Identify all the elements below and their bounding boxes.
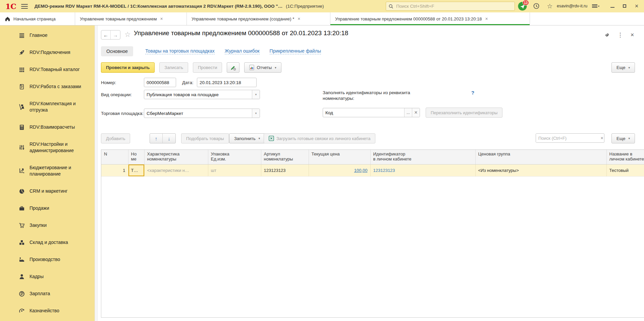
move-up-icon[interactable]: ↑ [150,134,163,143]
col-n[interactable]: N [101,150,128,164]
post-and-close-button[interactable]: Провести и закрыть [101,62,155,73]
col-price-group[interactable]: Ценовая группа [475,150,606,164]
clear-search-icon[interactable]: × [600,134,604,142]
grid-more-button[interactable]: Еще [611,133,635,143]
tab-label: Управление товарным предложением 0000005… [335,16,482,21]
sidebar-item-zarplata[interactable]: Зарплата [0,285,95,302]
sidebar-item-byudzhetirovanie[interactable]: Бюджетирование и планирование [0,159,95,183]
get-link-icon[interactable] [603,31,612,39]
restore-button[interactable] [620,1,629,11]
sidebar-item-label: Зарплата [30,291,50,296]
sidebar-item-kadry[interactable]: Кадры [0,268,95,285]
col-packaging[interactable]: Упаковка Ед.изм. [208,150,261,164]
cell-current-price[interactable]: 100,00 [309,164,370,176]
global-search[interactable] [386,2,515,11]
sidebar-scrollbar[interactable] [95,25,98,321]
price-link[interactable]: 100,00 [354,168,368,173]
fill-button[interactable]: Заполнить [229,133,265,143]
tab-home[interactable]: Начальная страница [0,12,75,25]
cell-article[interactable]: 123123123 [261,164,309,176]
marketplace-label: Торговая площадка: [101,111,144,116]
choose-button[interactable]: ... [404,108,412,117]
forward-button[interactable]: → [111,30,120,39]
clear-field-icon[interactable]: × [412,108,420,117]
minimize-button[interactable] [608,1,617,11]
sidebar-item-rdv-komplektaciya[interactable]: RDV:Комплектация и отгрузка [0,95,95,119]
more-menu-icon[interactable]: ⋮ [616,31,625,39]
settings-menu-button[interactable]: ▾ [591,1,600,11]
chevron-down-icon[interactable] [252,90,260,99]
tab-document-new[interactable]: Управление товарным предложением (создан… [187,12,330,25]
more-button-top[interactable]: Еще [611,62,635,73]
cell-price-group[interactable]: <Из номенклатуры> [475,164,606,176]
grid-search-input[interactable] [536,134,600,142]
global-search-input[interactable] [395,3,512,9]
close-window-button[interactable]: × [632,1,641,11]
discussions-icon[interactable]: 13 [518,1,527,11]
chevron-down-icon[interactable] [252,109,260,118]
cell-identifier[interactable]: 123123123 [370,164,475,176]
save-button[interactable]: Записать [159,62,188,73]
col-identifier[interactable]: Идентификатор в личном кабинете [370,150,475,164]
items-table: N Но ме Характеристика номенклатуры Упак… [101,149,644,318]
history-nav-group: ← → [101,30,120,40]
col-name[interactable]: Название в личном кабинете [606,150,644,164]
document-toolbar: Провести и закрыть Записать Провести Отч… [101,62,281,73]
move-down-icon[interactable]: ↓ [163,134,175,143]
main-menu-button[interactable] [21,4,28,9]
sidebar-item-prodazhi[interactable]: Продажи [0,200,95,217]
post-button[interactable]: Провести [193,62,222,73]
history-icon[interactable] [532,1,541,11]
cell-packaging[interactable]: шт [208,164,261,176]
posting-time-button[interactable] [227,62,239,73]
sidebar-item-proizvodstvo[interactable]: Производство [0,251,95,268]
tab-close-icon[interactable]: × [160,16,163,21]
pick-goods-button[interactable]: Подобрать товары [181,133,229,143]
number-field[interactable] [144,78,176,87]
sidebar-item-rdv-vzaimoraschety[interactable]: RDV:Взаиморасчеты [0,119,95,136]
sidebar-item-sklad-dostavka[interactable]: Склад и доставка [0,234,95,251]
link-zhurnal-oshibok[interactable]: Журнал ошибок [225,48,260,54]
reports-button[interactable]: Отчеты [244,62,281,73]
sidebar-item-glavnoe[interactable]: Главное [0,27,95,44]
date-field[interactable] [197,78,257,87]
back-button[interactable]: ← [101,30,111,39]
cell-n[interactable]: 1 [101,164,128,176]
operation-field[interactable] [144,90,252,99]
col-number[interactable]: Но ме [128,150,144,164]
attribute-field[interactable] [323,108,404,117]
col-characteristic[interactable]: Характеристика номенклатуры [144,150,208,164]
add-row-button[interactable]: Добавить [101,133,130,143]
load-links-button[interactable]: Загрузить готовые связки из личного каби… [264,133,375,143]
sidebar-item-rdv-rabota-s-zakazami[interactable]: RDV:Работа с заказами [0,78,95,95]
sidebar-item-label: Бюджетирование и планирование [30,165,71,177]
cell-number-selected[interactable]: Т… [128,164,144,176]
attribute-field-wrap: ... × [323,108,420,117]
sidebar-item-rdv-podklyucheniya[interactable]: RDV:Подключения [0,44,95,61]
sidebar-item-label: Кадры [30,274,44,279]
favorite-star-icon[interactable]: ☆ [124,31,131,38]
cell-name[interactable]: Тестовый [606,164,644,176]
cell-characteristic[interactable]: <характеристики н… [144,164,208,176]
tab-close-icon[interactable]: × [298,16,300,21]
sidebar-item-label: Казначейство [30,308,59,313]
link-prikreplennye-fayly[interactable]: Прикрепленные файлы [270,48,321,54]
tab-document-588[interactable]: Управление товарным предложением 0000005… [330,12,530,25]
link-tovary-na-ploshchadkah[interactable]: Товары на торговых площадках [145,48,215,54]
refill-identifiers-button[interactable]: Перезаполнить идентификаторы [426,108,502,118]
sidebar-item-crm-marketing[interactable]: CRM и маркетинг [0,183,95,200]
col-current-price[interactable]: Текущая цена [309,150,370,164]
table-row[interactable]: 1 Т… <характеристики н… шт 123123123 100… [101,164,644,176]
sidebar-item-rdv-tovarny-katalog[interactable]: RDV:Товарный каталог [0,61,95,78]
marketplace-field[interactable] [144,109,252,118]
sidebar-item-rdv-nastroyki[interactable]: RDV:Настройки и администрирование [0,136,95,159]
close-form-icon[interactable]: × [628,31,637,39]
help-icon[interactable]: ? [471,90,474,95]
tab-osnovnoe[interactable]: Основное [101,46,133,56]
sidebar-item-zakupki[interactable]: Закупки [0,217,95,234]
tab-document-list[interactable]: Управление товарным предложением × [75,12,187,25]
tab-close-icon[interactable]: × [485,16,488,21]
col-article[interactable]: Артикул номенклатуры [261,150,309,164]
favorites-star-icon[interactable]: ☆ [545,1,554,11]
sidebar-item-kaznacheystvo[interactable]: Казначейство [0,302,95,319]
